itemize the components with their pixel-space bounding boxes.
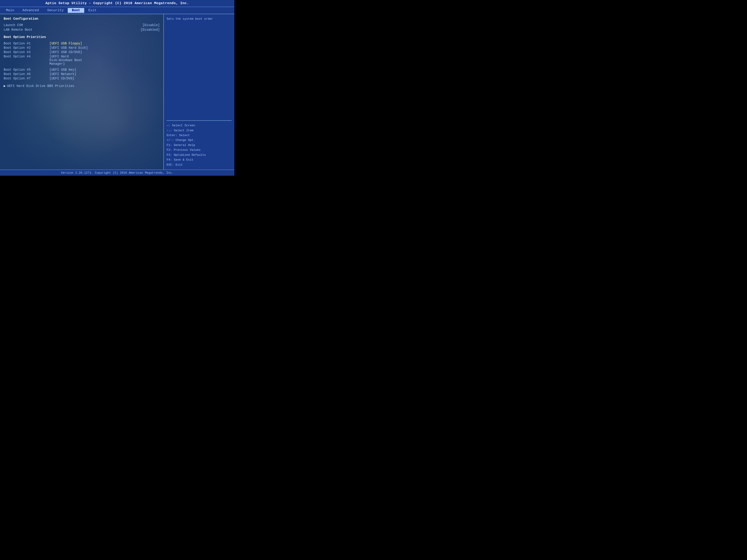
boot-option-2-value: [UEFI USB Hard Disk] bbox=[49, 46, 88, 50]
left-panel-content: Boot Configuration Launch CSM [Disable] … bbox=[4, 17, 160, 88]
lan-remote-boot-label: LAN Remote Boot bbox=[4, 28, 32, 32]
menu-item-boot[interactable]: Boot bbox=[68, 8, 84, 13]
setting-row-launch-csm[interactable]: Launch CSM [Disable] bbox=[4, 23, 160, 27]
boot-option-3-value: [UEFI USB CD/DVD] bbox=[49, 50, 82, 54]
help-f3: F3: Optimized Defaults bbox=[166, 153, 232, 157]
menu-item-security[interactable]: Security bbox=[43, 8, 68, 13]
menu-item-main[interactable]: Main bbox=[2, 8, 18, 13]
setting-row-lan-remote-boot[interactable]: LAN Remote Boot [Disabled] bbox=[4, 28, 160, 32]
help-change-opt: +/-: Change Opt. bbox=[166, 138, 232, 142]
boot-option-2-row[interactable]: Boot Option #2 [UEFI USB Hard Disk] bbox=[4, 46, 160, 50]
boot-option-1-row[interactable]: Boot Option #1 [UEFI USB Floppy] bbox=[4, 42, 160, 45]
submenu-label: UEFI Hard Disk Drive BBS Priorities bbox=[7, 84, 74, 88]
boot-option-3-row[interactable]: Boot Option #3 [UEFI USB CD/DVD] bbox=[4, 50, 160, 54]
menu-item-advanced[interactable]: Advanced bbox=[18, 8, 43, 13]
boot-option-4-row[interactable]: Boot Option #4 [UEFI HardDisk:Windows Bo… bbox=[4, 55, 160, 65]
boot-option-1-label: Boot Option #1 bbox=[4, 42, 49, 45]
title-text: Aptio Setup Utility - Copyright (C) 2018… bbox=[45, 1, 189, 5]
boot-option-5-label: Boot Option #5 bbox=[4, 68, 49, 72]
right-panel: Sets the system boot order ↔: Select Scr… bbox=[163, 14, 234, 169]
boot-option-7-label: Boot Option #7 bbox=[4, 77, 49, 80]
right-panel-help: ↔: Select Screen ↑↓: Select Item Enter: … bbox=[166, 123, 232, 167]
boot-option-4-label: Boot Option #4 bbox=[4, 55, 49, 65]
lan-remote-boot-value: [Disabled] bbox=[140, 28, 160, 32]
submenu-arrow: ▶ bbox=[4, 84, 5, 88]
boot-option-7-row[interactable]: Boot Option #7 [UEFI CD/DVD] bbox=[4, 77, 160, 80]
title-bar: Aptio Setup Utility - Copyright (C) 2018… bbox=[0, 0, 234, 7]
boot-option-6-row[interactable]: Boot Option #6 [UEFI Network] bbox=[4, 72, 160, 76]
boot-priorities-title: Boot Option Priorities bbox=[4, 35, 160, 39]
boot-option-4-value: [UEFI HardDisk:Windows BootManager] bbox=[49, 55, 82, 65]
help-f4: F4: Save & Exit bbox=[166, 157, 232, 162]
section-title: Boot Configuration bbox=[4, 17, 160, 21]
submenu-row-hdd-bbs[interactable]: ▶ UEFI Hard Disk Drive BBS Priorities bbox=[4, 84, 160, 88]
boot-option-5-value: [UEFI USB Key] bbox=[49, 68, 76, 72]
launch-csm-value: [Disable] bbox=[143, 23, 160, 27]
bios-screen: Aptio Setup Utility - Copyright (C) 2018… bbox=[0, 0, 234, 176]
menu-bar: Main Advanced Security Boot Exit bbox=[0, 7, 234, 14]
boot-option-3-label: Boot Option #3 bbox=[4, 50, 49, 54]
help-enter-select: Enter: Select bbox=[166, 133, 232, 138]
boot-priorities-section: Boot Option Priorities Boot Option #1 [U… bbox=[4, 35, 160, 80]
left-panel: Boot Configuration Launch CSM [Disable] … bbox=[0, 14, 163, 169]
right-panel-top-text: Sets the system boot order bbox=[166, 17, 213, 21]
boot-option-2-label: Boot Option #2 bbox=[4, 46, 49, 50]
footer-bar: Version 2.20.1271. Copyright (C) 2018 Am… bbox=[0, 169, 234, 176]
help-f2: F2: Previous Values bbox=[166, 148, 232, 152]
main-content: Boot Configuration Launch CSM [Disable] … bbox=[0, 14, 234, 169]
help-select-screen: ↔: Select Screen bbox=[166, 123, 232, 128]
footer-text: Version 2.20.1271. Copyright (C) 2018 Am… bbox=[61, 171, 173, 175]
boot-option-5-row[interactable]: Boot Option #5 [UEFI USB Key] bbox=[4, 68, 160, 72]
boot-option-6-value: [UEFI Network] bbox=[49, 72, 76, 76]
menu-item-exit[interactable]: Exit bbox=[84, 8, 101, 13]
help-select-item: ↑↓: Select Item bbox=[166, 128, 232, 133]
help-esc: ESC: Exit bbox=[166, 162, 232, 167]
launch-csm-label: Launch CSM bbox=[4, 23, 23, 27]
help-f1: F1: General Help bbox=[166, 143, 232, 148]
boot-option-7-value: [UEFI CD/DVD] bbox=[49, 77, 74, 80]
right-panel-top: Sets the system boot order bbox=[166, 17, 232, 121]
boot-option-6-label: Boot Option #6 bbox=[4, 72, 49, 76]
boot-option-1-value: [UEFI USB Floppy] bbox=[49, 42, 82, 45]
